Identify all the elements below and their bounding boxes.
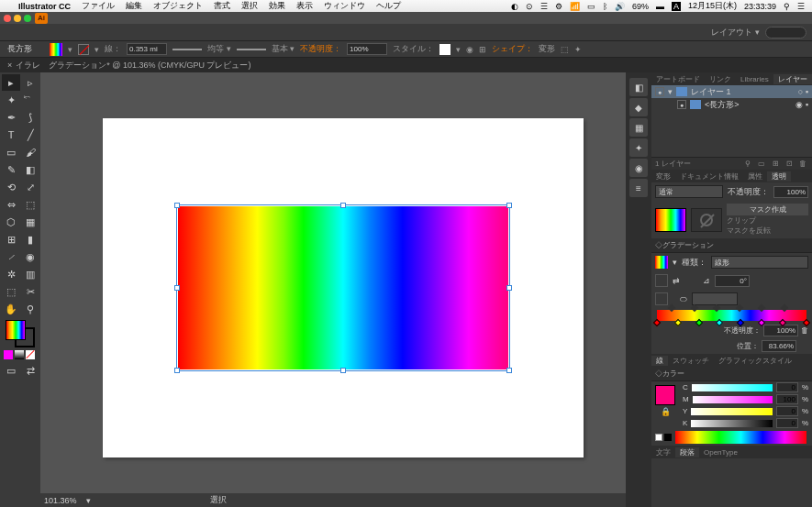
menu-view[interactable]: 表示 [296, 0, 313, 12]
recolor-icon[interactable]: ◉ [466, 45, 473, 54]
tab-docinfo[interactable]: ドキュメント情報 [675, 171, 743, 182]
dropdown-icon[interactable]: ▾ [456, 45, 461, 54]
target-icon[interactable]: ◉ ▪ [795, 100, 808, 109]
layout-dropdown[interactable]: レイアウト ▾ [711, 27, 760, 39]
none-color[interactable] [655, 434, 662, 441]
blend-tool[interactable]: ◉ [21, 248, 39, 265]
gradient-tool[interactable]: ▮ [21, 231, 39, 248]
stroke-width-input[interactable] [127, 43, 167, 55]
pencil-tool[interactable]: ✎ [2, 161, 20, 178]
dropdown-icon[interactable]: ▾ [673, 258, 677, 267]
tab-opentype[interactable]: OpenType [699, 448, 742, 457]
dock-libraries-icon[interactable]: ◧ [629, 78, 648, 96]
dock-stroke-icon[interactable]: ≡ [629, 179, 648, 197]
locate-icon[interactable]: ⚲ [742, 160, 753, 168]
transparency-thumb[interactable] [655, 208, 686, 232]
selected-rectangle[interactable] [178, 206, 508, 369]
layer-row[interactable]: ● ▾ レイヤー 1 ○ ▪ [651, 85, 812, 98]
layer-name[interactable]: レイヤー 1 [691, 86, 731, 98]
visibility-icon[interactable]: ● [655, 87, 664, 96]
black-color[interactable] [664, 434, 672, 441]
screen-mode-tool[interactable]: ▭ [2, 362, 20, 379]
tab-graphic-styles[interactable]: グラフィックスタイル [714, 356, 796, 366]
menubar-icon[interactable]: ☰ [540, 2, 548, 11]
disclosure-icon[interactable]: ▾ [668, 87, 673, 96]
clip-icon[interactable]: ▭ [756, 160, 767, 168]
fill-box[interactable] [6, 320, 26, 340]
stroke-profile-dropdown[interactable]: 均等 ▾ [207, 43, 231, 55]
type-tool[interactable]: T [2, 127, 20, 143]
tab-libraries[interactable]: Libraries [736, 75, 773, 83]
menu-select[interactable]: 選択 [241, 0, 258, 12]
gradient-type-dropdown[interactable]: 線形 [711, 256, 808, 269]
m-slider[interactable] [693, 396, 773, 403]
free-transform-tool[interactable]: ⬚ [21, 196, 39, 213]
dropdown-icon[interactable]: ▾ [68, 45, 72, 54]
isolate-icon[interactable]: ⬚ [561, 45, 569, 54]
color-panel-header[interactable]: ◇カラー [651, 367, 812, 381]
display-icon[interactable]: ▭ [587, 2, 595, 11]
zoom-level[interactable]: 101.36% [44, 496, 77, 505]
tab-transform[interactable]: 変形 [651, 171, 675, 182]
dropdown-icon[interactable]: ▾ [86, 496, 91, 505]
close-button[interactable] [4, 15, 11, 22]
delete-icon[interactable]: 🗑 [797, 160, 808, 168]
reverse-icon[interactable]: ⇄ [673, 276, 680, 285]
dock-color-icon[interactable]: ◆ [629, 98, 648, 116]
m-input[interactable] [776, 394, 798, 404]
dock-swatches-icon[interactable]: ▦ [629, 118, 648, 137]
change-screen-mode[interactable]: ⇄ [21, 362, 39, 379]
opacity-label[interactable]: 不透明度： [300, 43, 341, 55]
shape-builder-tool[interactable]: ⬡ [2, 214, 20, 230]
menu-type[interactable]: 書式 [214, 0, 230, 12]
symbol-sprayer-tool[interactable]: ✲ [2, 266, 20, 282]
artboard-tool[interactable]: ⬚ [2, 283, 20, 300]
tab-attributes[interactable]: 属性 [743, 171, 767, 182]
dropdown-icon[interactable]: ▾ [95, 45, 99, 54]
minimize-button[interactable] [14, 15, 21, 22]
scale-tool[interactable]: ⤢ [21, 179, 39, 195]
color-mode-none[interactable] [26, 350, 35, 359]
new-sublayer-icon[interactable]: ⊞ [770, 160, 781, 168]
menubar-icon[interactable]: ⚙ [555, 2, 562, 11]
color-mode-color[interactable] [4, 350, 13, 359]
direct-selection-tool[interactable]: ▹ [21, 74, 39, 91]
gradient-panel-header[interactable]: ◇グラデーション [651, 238, 812, 253]
make-mask-button[interactable]: マスク作成 [727, 204, 808, 215]
spotlight-icon[interactable]: ⚲ [784, 2, 790, 11]
c-input[interactable] [776, 382, 798, 392]
tab-close-icon[interactable]: × [7, 61, 12, 70]
tab-stroke[interactable]: 線 [651, 356, 668, 366]
curvature-tool[interactable]: ⟆ [21, 109, 39, 126]
stop-opacity-input[interactable] [763, 325, 798, 336]
menu-object[interactable]: オブジェクト [153, 0, 203, 12]
graph-tool[interactable]: ▥ [21, 266, 39, 282]
menu-window[interactable]: ウィンドウ [324, 0, 365, 12]
eraser-tool[interactable]: ◧ [21, 161, 39, 178]
app-name[interactable]: Illustrator CC [18, 2, 71, 11]
menu-help[interactable]: ヘルプ [376, 0, 401, 12]
shape-link[interactable]: シェイプ： [492, 43, 533, 55]
tab-links[interactable]: リンク [705, 74, 736, 84]
gradient-preview[interactable] [655, 256, 668, 269]
target-icon[interactable]: ○ ▪ [798, 87, 808, 96]
rectangle-tool[interactable]: ▭ [2, 144, 20, 160]
tab-artboard[interactable]: アートボード [651, 74, 705, 84]
menu-edit[interactable]: 編集 [126, 0, 142, 12]
gradient-slider[interactable] [657, 310, 806, 321]
wifi-icon[interactable]: 📶 [570, 2, 580, 11]
search-input[interactable] [765, 27, 806, 39]
k-input[interactable] [776, 418, 798, 428]
c-slider[interactable] [692, 384, 773, 391]
line-tool[interactable]: ╱ [21, 127, 39, 143]
menu-effect[interactable]: 効果 [269, 0, 285, 12]
dock-brushes-icon[interactable]: ✦ [629, 138, 648, 157]
align-icon[interactable]: ⊞ [479, 45, 486, 54]
tab-layers[interactable]: レイヤー [773, 74, 812, 84]
maximize-button[interactable] [24, 15, 31, 22]
aspect-dropdown[interactable] [692, 292, 738, 305]
blend-mode-dropdown[interactable]: 通常 [655, 185, 723, 198]
extra-icon[interactable]: ✦ [574, 45, 582, 54]
location-input[interactable] [762, 340, 796, 352]
stroke-grad-icon[interactable] [655, 274, 668, 287]
